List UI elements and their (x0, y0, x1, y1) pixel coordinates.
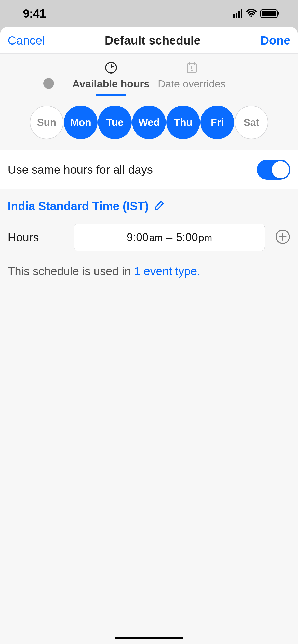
days-selector: Sun Mon Tue Wed Thu Fri Sat (0, 96, 298, 150)
edit-icon (154, 200, 165, 212)
clock-icon (105, 61, 117, 75)
cellular-signal-icon (233, 9, 242, 18)
end-time: 5:00 (176, 231, 198, 244)
hours-label: Hours (8, 230, 64, 244)
done-button[interactable]: Done (261, 33, 291, 47)
calendar-alert-icon (185, 61, 198, 75)
status-time: 9:41 (23, 7, 46, 20)
touch-indicator-icon (43, 78, 54, 89)
cancel-button[interactable]: Cancel (8, 33, 45, 47)
hours-range-picker[interactable]: 9:00 am – 5:00 pm (74, 224, 265, 251)
day-chip-tue[interactable]: Tue (98, 106, 132, 139)
nav-header: Cancel Default schedule Done (0, 27, 298, 54)
add-hours-button[interactable] (275, 230, 290, 245)
home-indicator[interactable] (115, 637, 183, 639)
svg-point-0 (251, 16, 252, 17)
page-title: Default schedule (105, 33, 200, 47)
tab-available-hours[interactable]: Available hours (72, 61, 150, 96)
hours-row: Hours 9:00 am – 5:00 pm (8, 224, 290, 251)
day-chip-thu[interactable]: Thu (166, 106, 200, 139)
timezone-label: India Standard Time (IST) (8, 199, 149, 213)
tabs: Available hours Date overrides (0, 54, 298, 96)
battery-icon (260, 9, 278, 18)
day-chip-sat[interactable]: Sat (235, 106, 268, 139)
status-bar: 9:41 (0, 0, 298, 27)
same-hours-label: Use same hours for all days (8, 163, 153, 177)
same-hours-toggle[interactable] (257, 160, 290, 180)
footer-text: This schedule is used in 1 event type. (8, 264, 290, 278)
day-chip-wed[interactable]: Wed (132, 106, 166, 139)
wifi-icon (246, 9, 257, 18)
day-chip-sun[interactable]: Sun (30, 106, 63, 139)
status-indicators (233, 9, 278, 18)
content-area: India Standard Time (IST) Hours 9:00 am … (0, 189, 298, 644)
tab-label: Available hours (72, 78, 150, 90)
plus-circle-icon (275, 229, 290, 245)
day-chip-fri[interactable]: Fri (200, 106, 234, 139)
tab-date-overrides[interactable]: Date overrides (158, 61, 226, 96)
day-chip-mon[interactable]: Mon (64, 106, 98, 139)
tab-label: Date overrides (158, 78, 226, 90)
modal-sheet: Cancel Default schedule Done Available h… (0, 27, 298, 644)
start-time: 9:00 (127, 231, 148, 244)
same-hours-row: Use same hours for all days (0, 150, 298, 189)
event-type-link[interactable]: 1 event type. (134, 265, 200, 278)
svg-point-6 (191, 70, 192, 71)
timezone-row[interactable]: India Standard Time (IST) (8, 199, 290, 213)
